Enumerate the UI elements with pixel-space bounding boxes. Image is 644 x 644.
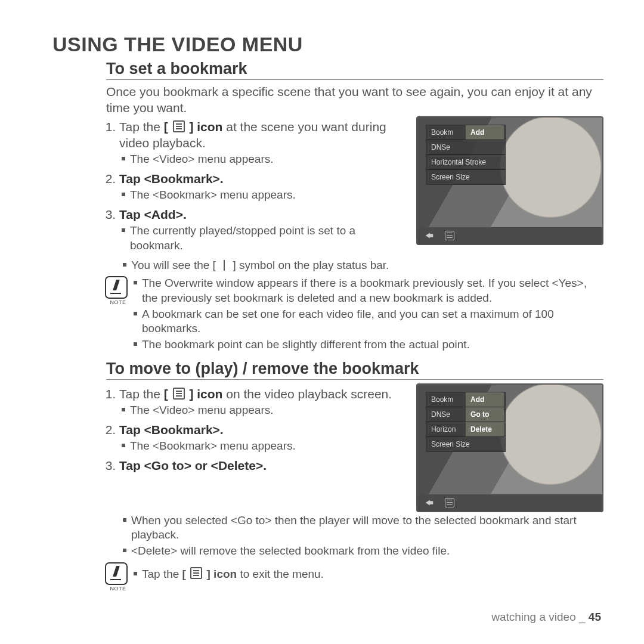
note-item: The Overwrite window appears if there is… [134, 276, 603, 305]
bookmark-bar-icon [219, 260, 230, 271]
popup-menu: BookmAdd DNSe Horizontal Stroke Screen S… [426, 125, 506, 185]
note-item: The bookmark point can be slightly diffe… [134, 338, 603, 352]
step: Tap the [ ] icon at the scene you want d… [119, 119, 409, 167]
back-icon [423, 499, 434, 507]
note-icon [105, 276, 128, 299]
section1-intro: Once you bookmark a specific scene that … [52, 83, 603, 116]
section2-steps: Tap the [ ] icon on the video playback s… [106, 386, 409, 473]
substep: The <Video> menu appears. [122, 403, 409, 418]
divider [106, 79, 603, 80]
menu-icon [190, 567, 202, 579]
step: Tap <Go to> or <Delete>. [119, 457, 409, 473]
figure-toolbar [417, 494, 602, 511]
substep: The <Bookmark> menu appears. [122, 188, 409, 203]
step: Tap <Bookmark>. The <Bookmark> menu appe… [119, 171, 409, 203]
section1-heading: To set a bookmark [52, 60, 603, 78]
menu-icon [173, 120, 185, 132]
step: Tap <Bookmark>. The <Bookmark> menu appe… [119, 422, 409, 454]
note-label: NOTE [110, 586, 126, 592]
note-item: Tap the [ ] icon to exit the menu. [134, 567, 324, 582]
note-block: NOTE Tap the [ ] icon to exit the menu. [105, 562, 603, 592]
section1-steps: Tap the [ ] icon at the scene you want d… [106, 119, 409, 253]
page-title: USING THE VIDEO MENU [52, 33, 603, 56]
note-block: NOTE The Overwrite window appears if the… [105, 276, 603, 353]
substep: The <Bookmark> menu appears. [122, 439, 409, 454]
note-label: NOTE [110, 299, 126, 305]
step: Tap the [ ] icon on the video playback s… [119, 386, 409, 418]
popup-menu: BookmAdd DNSeGo to HorizonDelete Screen … [426, 392, 506, 452]
figure-toolbar [417, 227, 602, 244]
menu-icon [445, 231, 454, 240]
back-icon [423, 231, 434, 240]
figure-bookmark-options: BookmAdd DNSeGo to HorizonDelete Screen … [416, 383, 603, 512]
substep: <Delete> will remove the selected bookma… [123, 544, 603, 559]
note-icon [105, 562, 128, 585]
figure-bookmark-add: BookmAdd DNSe Horizontal Stroke Screen S… [416, 116, 603, 245]
substep: When you selected <Go to> then the playe… [123, 513, 603, 543]
menu-icon [173, 388, 185, 400]
note-item: A bookmark can be set one for each video… [134, 307, 603, 336]
divider [106, 379, 603, 380]
section2-heading: To move to (play) / remove the bookmark [52, 360, 603, 378]
substep: The currently played/stopped point is se… [122, 224, 409, 253]
page-footer: watching a video _ 45 [491, 611, 601, 624]
substep: You will see the [ ] symbol on the play … [123, 258, 603, 273]
substep: The <Video> menu appears. [122, 152, 409, 167]
menu-icon [445, 498, 454, 507]
step: Tap <Add>. The currently played/stopped … [119, 206, 409, 253]
